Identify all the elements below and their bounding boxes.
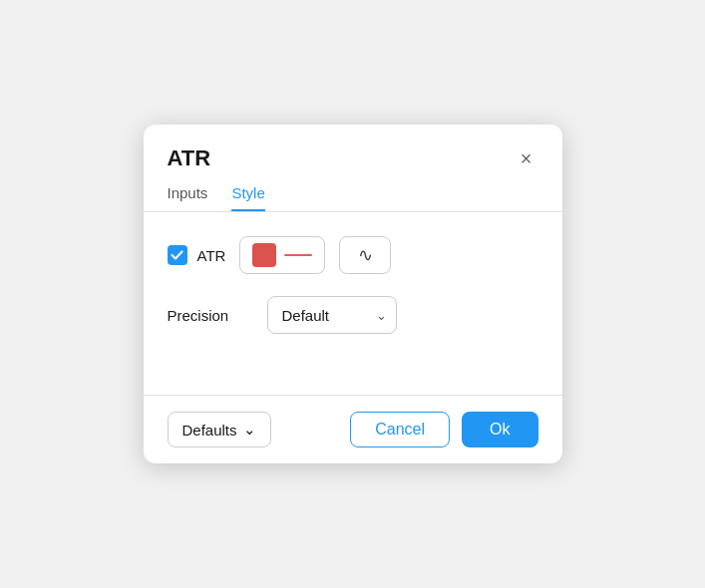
dialog: ATR × Inputs Style ATR ∿: [144, 125, 562, 463]
ok-button[interactable]: Ok: [462, 412, 537, 447]
cancel-button[interactable]: Cancel: [350, 412, 450, 447]
precision-row: Precision Default 0 1 2 3 4 5 ⌄: [168, 296, 538, 334]
precision-select[interactable]: Default 0 1 2 3 4 5: [267, 296, 397, 334]
wave-icon: ∿: [358, 244, 373, 266]
close-button[interactable]: ×: [515, 145, 538, 172]
dialog-title: ATR: [168, 146, 211, 171]
atr-row: ATR ∿: [168, 236, 538, 274]
atr-label: ATR: [197, 247, 226, 264]
defaults-button[interactable]: Defaults ⌄: [168, 412, 271, 447]
footer-actions: Cancel Ok: [350, 412, 537, 447]
wave-button[interactable]: ∿: [339, 236, 391, 274]
atr-checkbox[interactable]: [168, 245, 187, 265]
defaults-label: Defaults: [182, 422, 237, 439]
tabs-container: Inputs Style: [144, 172, 562, 211]
tab-style[interactable]: Style: [231, 184, 264, 211]
dialog-footer: Defaults ⌄ Cancel Ok: [144, 395, 562, 463]
tab-inputs[interactable]: Inputs: [168, 184, 208, 211]
checkbox-wrapper: ATR: [168, 245, 226, 265]
defaults-chevron-icon: ⌄: [243, 421, 256, 439]
line-dash: [284, 254, 312, 256]
precision-select-wrapper: Default 0 1 2 3 4 5 ⌄: [267, 296, 397, 334]
precision-label: Precision: [168, 307, 247, 324]
dialog-body: ATR ∿ Precision Default 0 1 2 3 4: [144, 212, 562, 395]
color-swatch: [252, 243, 276, 267]
dialog-header: ATR ×: [144, 125, 562, 172]
color-line-button[interactable]: [239, 236, 325, 274]
